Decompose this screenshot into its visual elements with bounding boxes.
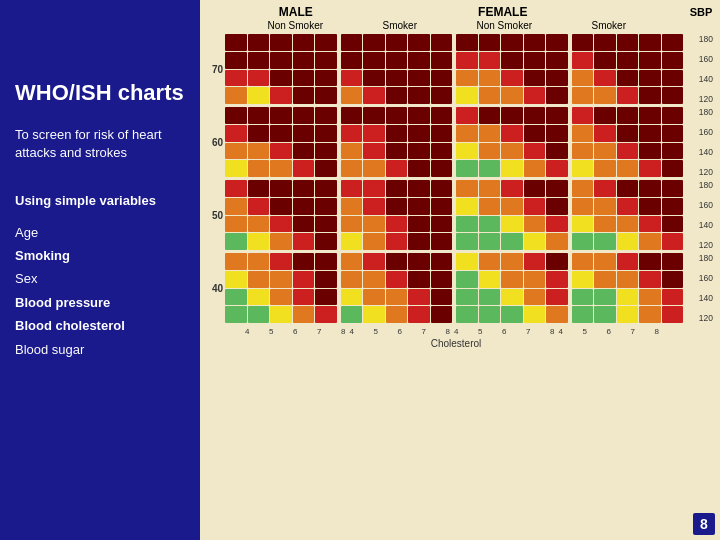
- chol-value: 8: [446, 327, 450, 336]
- sbp-value: 120: [687, 313, 715, 323]
- grid-cell: [594, 160, 616, 177]
- grid-cell: [386, 180, 408, 197]
- grid-cell: [293, 52, 315, 69]
- grid-cell: [501, 52, 523, 69]
- grid-cell: [408, 87, 430, 104]
- chol-value: 4: [350, 327, 354, 336]
- grid-cell: [270, 160, 292, 177]
- var-blood-cholesterol: Blood cholesterol: [15, 314, 185, 337]
- chol-value: 6: [502, 327, 506, 336]
- grid-cell: [248, 107, 270, 124]
- grid-cell: [408, 306, 430, 323]
- grid-cell: [270, 289, 292, 306]
- grid-cell: [363, 125, 385, 142]
- grid-cell: [293, 253, 315, 270]
- grid-cell: [363, 289, 385, 306]
- grid-cell: [225, 180, 247, 197]
- grid-cell: [431, 143, 453, 160]
- grid-cell: [315, 70, 337, 87]
- grid-cell: [431, 216, 453, 233]
- grid-cell: [662, 125, 684, 142]
- grid-cell: [524, 253, 546, 270]
- grid-cell: [270, 143, 292, 160]
- grid-cell: [572, 34, 594, 51]
- cholesterol-scales: 45678456784567845678: [205, 327, 715, 336]
- grid-age50-female_ns: [456, 180, 568, 250]
- sbp-scale-40: 180160140120: [687, 253, 715, 323]
- grid-cell: [293, 216, 315, 233]
- grid-cell: [293, 87, 315, 104]
- grid-cell: [408, 253, 430, 270]
- grid-cell: [363, 87, 385, 104]
- grid-cell: [270, 125, 292, 142]
- grid-cell: [594, 107, 616, 124]
- grid-cell: [524, 306, 546, 323]
- grid-cell: [594, 253, 616, 270]
- grid-cell: [617, 216, 639, 233]
- chol-value: 8: [655, 327, 659, 336]
- sbp-value: 180: [687, 180, 715, 190]
- grid-cell: [386, 289, 408, 306]
- grid-cell: [225, 216, 247, 233]
- grid-cell: [501, 198, 523, 215]
- grid-cell: [662, 143, 684, 160]
- sbp-value: 180: [687, 253, 715, 263]
- grid-cell: [408, 160, 430, 177]
- grid-cell: [572, 52, 594, 69]
- grid-cell: [225, 271, 247, 288]
- male-smoker-label: Smoker: [350, 20, 451, 31]
- grid-cell: [341, 233, 363, 250]
- variables-header: Using simple variables: [15, 192, 185, 210]
- grid-cell: [501, 160, 523, 177]
- grid-cell: [572, 125, 594, 142]
- chol-value: 7: [526, 327, 530, 336]
- grid-cell: [456, 52, 478, 69]
- grid-cell: [594, 306, 616, 323]
- chart-row-60: 60180160140120: [205, 107, 715, 177]
- grid-age40-male_s: [341, 253, 453, 323]
- grid-cell: [431, 107, 453, 124]
- grid-cell: [456, 160, 478, 177]
- grid-cell: [501, 125, 523, 142]
- grid-cell: [617, 180, 639, 197]
- grid-age50-male_s: [341, 180, 453, 250]
- grid-cell: [293, 143, 315, 160]
- chol-value: 5: [583, 327, 587, 336]
- grid-cell: [248, 52, 270, 69]
- grid-cell: [341, 160, 363, 177]
- grid-cell: [315, 87, 337, 104]
- chol-scale: 45678: [454, 327, 555, 336]
- chol-value: 6: [293, 327, 297, 336]
- grid-cell: [386, 198, 408, 215]
- grid-cell: [248, 34, 270, 51]
- grid-cell: [546, 253, 568, 270]
- grid-cell: [594, 198, 616, 215]
- grid-cell: [594, 216, 616, 233]
- grid-cell: [479, 143, 501, 160]
- grid-cell: [293, 306, 315, 323]
- grid-cell: [594, 271, 616, 288]
- grid-cell: [456, 70, 478, 87]
- grid-cell: [408, 271, 430, 288]
- cholesterol-label: Cholesterol: [205, 338, 715, 349]
- female-smoker-label: Smoker: [559, 20, 660, 31]
- chart-rows: 7018016014012060180160140120501801601401…: [205, 34, 715, 323]
- grid-cell: [225, 306, 247, 323]
- sbp-value: 120: [687, 94, 715, 104]
- grid-cell: [594, 180, 616, 197]
- sbp-value: 160: [687, 127, 715, 137]
- grid-age70-female_ns: [456, 34, 568, 104]
- grid-cell: [639, 125, 661, 142]
- grid-cell: [572, 143, 594, 160]
- grid-cell: [431, 306, 453, 323]
- grid-cell: [315, 143, 337, 160]
- grid-cell: [408, 198, 430, 215]
- grid-cell: [524, 289, 546, 306]
- grid-cell: [546, 289, 568, 306]
- age-label-50: 50: [205, 210, 225, 221]
- grid-cell: [293, 198, 315, 215]
- grid-cell: [479, 233, 501, 250]
- grid-cell: [248, 233, 270, 250]
- grid-cell: [341, 70, 363, 87]
- grid-cell: [386, 216, 408, 233]
